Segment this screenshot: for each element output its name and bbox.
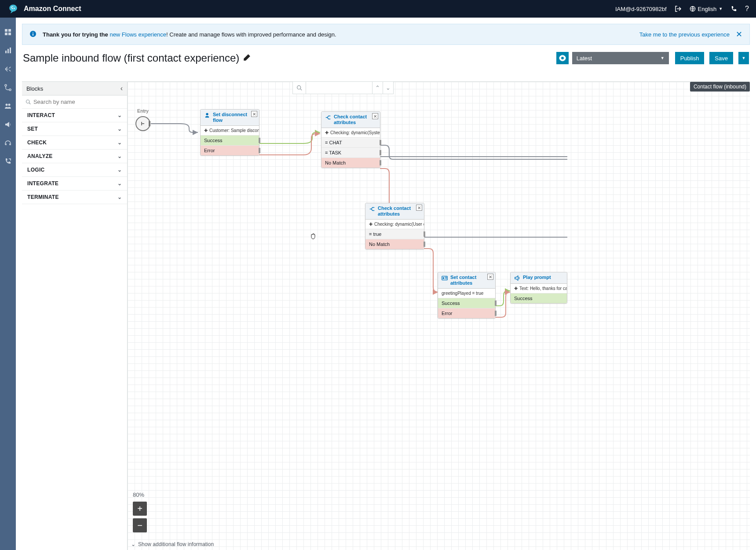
logout-icon[interactable] <box>675 5 682 12</box>
help-icon[interactable]: ? <box>745 5 749 13</box>
logo: Amazon Connect <box>7 3 81 15</box>
user-identity[interactable]: IAM@d-92670982bf <box>615 6 667 12</box>
connect-logo-icon <box>7 3 19 15</box>
phone-icon[interactable] <box>730 6 737 12</box>
language-selector[interactable]: English▼ <box>690 6 723 12</box>
product-name: Amazon Connect <box>24 5 81 13</box>
top-bar: Amazon Connect IAM@d-92670982bf English▼… <box>0 0 756 18</box>
